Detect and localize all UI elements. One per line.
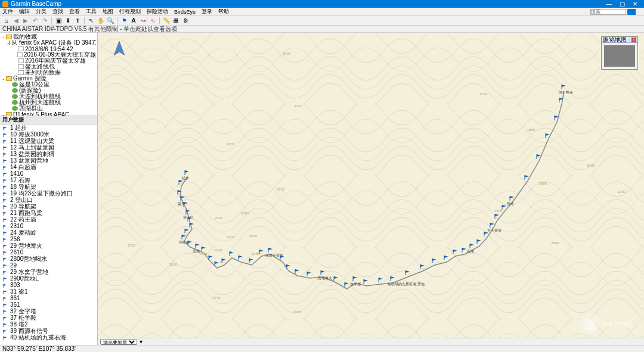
map-waypoint[interactable]: [494, 213, 500, 220]
list-item[interactable]: 10 海拔3000米: [0, 131, 97, 138]
map-waypoint[interactable]: [201, 246, 207, 253]
list-item[interactable]: 1410: [0, 170, 97, 177]
list-item[interactable]: 21 西跑马梁: [0, 210, 97, 216]
list-item[interactable]: 11 远观鳌山大梁: [0, 138, 97, 144]
tree-item[interactable]: -Garmin 探险: [1, 76, 96, 82]
toolbar-print-icon[interactable]: 🖶: [172, 17, 180, 25]
map-layer-select[interactable]: 地形叠加层: [100, 339, 137, 345]
map-waypoint[interactable]: [444, 255, 450, 262]
map-product-infobar[interactable]: CHINA AISTAR ID#-TOPO V6.5 有其他限制 - 单击此处以…: [0, 26, 644, 33]
map-waypoint[interactable]: [363, 279, 369, 286]
list-item[interactable]: 2900营地L: [0, 275, 97, 282]
list-item[interactable]: 2 登山口: [0, 197, 97, 203]
map-waypoint[interactable]: [554, 115, 560, 122]
list-item[interactable]: 39 西源有信号: [0, 328, 97, 334]
map-waypoint[interactable]: [187, 240, 193, 247]
maximize-button[interactable]: ▢: [615, 1, 628, 7]
toolbar-flag-icon[interactable]: ⚑: [120, 17, 128, 25]
list-item[interactable]: 19 均23公里下撤分路口: [0, 190, 97, 197]
menu-tools[interactable]: 工具: [86, 8, 97, 15]
toolbar-ruler-icon[interactable]: 📏: [162, 17, 171, 25]
list-item[interactable]: 40 站机场的九重石海: [0, 334, 97, 341]
toolbar-redo-icon[interactable]: ↷: [41, 17, 49, 25]
tree-item[interactable]: (新探险): [1, 88, 96, 94]
list-item[interactable]: 2800营地喝水: [0, 256, 97, 262]
search-input[interactable]: [590, 9, 626, 15]
list-item[interactable]: 29 水窝子营地: [0, 269, 97, 275]
map-waypoint[interactable]: [249, 258, 255, 265]
toolbar-text-icon[interactable]: A: [129, 17, 138, 25]
map-waypoint[interactable]: 营道: [509, 195, 515, 203]
map-waypoint[interactable]: [476, 239, 482, 246]
tree-item[interactable]: 杭州到大连航线: [1, 99, 96, 105]
expand-icon[interactable]: -: [1, 76, 6, 82]
toolbar-settings-icon[interactable]: ⚙: [181, 17, 190, 25]
menu-birdseye[interactable]: BirdsEye: [174, 9, 196, 15]
list-item[interactable]: 12 马上到盆景园: [0, 144, 97, 151]
map-waypoint[interactable]: [286, 264, 292, 271]
toolbar-receive-icon[interactable]: ⬇: [64, 17, 72, 25]
menu-category[interactable]: 分类: [36, 8, 47, 15]
list-item[interactable]: 2610: [0, 249, 97, 256]
map-waypoint[interactable]: 石海: [469, 243, 475, 250]
map-canvas[interactable]: 1500150020001500250020002000250020003000…: [98, 33, 644, 345]
map-waypoint[interactable]: [333, 276, 339, 283]
map-waypoint[interactable]: 也半崖: [352, 276, 358, 283]
toolbar-device-icon[interactable]: ▣: [54, 17, 63, 25]
tree-item[interactable]: 这是10公里: [1, 82, 96, 88]
menu-view[interactable]: 查看: [69, 8, 80, 15]
list-item[interactable]: 38 塔2: [0, 321, 97, 328]
toolbar-undo-icon[interactable]: ↶: [31, 17, 39, 25]
map-waypoint[interactable]: [259, 249, 265, 256]
map-waypoint[interactable]: 导航架: [181, 234, 187, 241]
map-waypoint[interactable]: [545, 133, 551, 140]
list-item[interactable]: 1 起步: [0, 124, 97, 131]
list-item[interactable]: 14 白起庙: [0, 164, 97, 170]
list-item[interactable]: 13 盆景园营地: [0, 157, 97, 164]
tree-item[interactable]: 西湖群山: [1, 105, 96, 111]
map-waypoint[interactable]: [238, 255, 244, 262]
tree-item[interactable]: -[1] fenix 5 Plus APAC: [1, 111, 96, 116]
map-waypoint[interactable]: 营地: [195, 243, 201, 250]
menu-adventure[interactable]: 探险活动: [147, 8, 168, 15]
search-button[interactable]: [627, 9, 636, 15]
list-item[interactable]: 361: [0, 301, 97, 308]
map-waypoint[interactable]: 水窝子营地: [268, 247, 274, 254]
map-waypoint[interactable]: 营地篝火: [320, 270, 326, 277]
map-waypoint[interactable]: [453, 249, 459, 256]
toolbar-hand-icon[interactable]: ✋: [97, 17, 105, 25]
list-item[interactable]: 17 石海: [0, 177, 97, 183]
list-item[interactable]: 29 营地篝火: [0, 242, 97, 249]
list-item[interactable]: 18 导航架: [0, 183, 97, 190]
list-item[interactable]: 256: [0, 236, 97, 242]
map-waypoint[interactable]: [559, 97, 565, 104]
toolbar-route-icon[interactable]: ↝: [139, 17, 147, 25]
close-button[interactable]: ✕: [628, 1, 642, 7]
map-waypoint[interactable]: [280, 255, 286, 262]
list-item[interactable]: 22 药王庙: [0, 216, 97, 223]
map-waypoint[interactable]: [524, 175, 530, 182]
overview-map[interactable]: 纵览地图 ×: [601, 36, 638, 70]
list-item[interactable]: 32 金字塔: [0, 308, 97, 314]
map-waypoint[interactable]: [229, 251, 235, 258]
map-waypoint[interactable]: [420, 264, 426, 271]
list-item[interactable]: 31 梁1: [0, 288, 97, 295]
map-waypoint[interactable]: [306, 271, 312, 278]
menu-file[interactable]: 文件: [2, 8, 13, 15]
map-waypoint[interactable]: [432, 258, 438, 265]
tree-item[interactable]: 未列明的数据: [1, 70, 96, 76]
list-item[interactable]: 13 盆景园的刺猬: [0, 151, 97, 157]
menu-trip[interactable]: 行程规划: [119, 8, 141, 15]
menu-login[interactable]: 登录: [202, 8, 212, 15]
list-item[interactable]: 24 麦秸岭: [0, 229, 97, 236]
map-waypoint[interactable]: [208, 255, 214, 262]
tree-item[interactable]: -我的收藏: [1, 34, 96, 40]
tree-item[interactable]: 2016-06-09大鹿大律五穿越: [1, 52, 96, 58]
map-waypoint[interactable]: [183, 201, 189, 208]
tree-item[interactable]: 2018/6/6 19:54:42: [1, 46, 96, 52]
expand-icon[interactable]: -: [1, 111, 6, 116]
map-waypoint[interactable]: 061 终点: [561, 84, 567, 91]
list-item[interactable]: 29: [0, 262, 97, 269]
map-waypoint[interactable]: [344, 282, 350, 289]
map-waypoint[interactable]: [178, 179, 184, 186]
